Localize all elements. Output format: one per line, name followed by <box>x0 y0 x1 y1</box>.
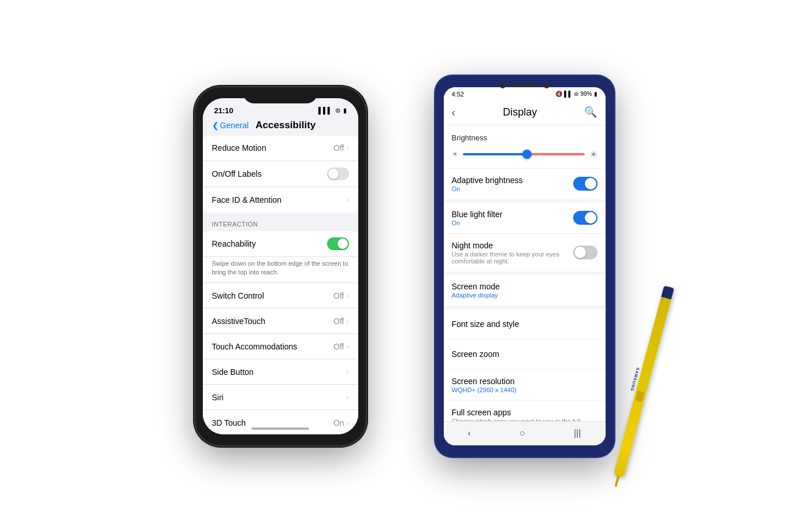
reachability-toggle[interactable] <box>327 237 349 250</box>
sensor-icon <box>544 83 550 88</box>
iphone-interaction-list: Reachability Swipe down on the bottom ed… <box>203 231 358 434</box>
row-value: Off <box>333 317 344 326</box>
night-mode-text: Night mode Use a darker theme to keep yo… <box>452 241 573 265</box>
adaptive-brightness-label: Adaptive brightness <box>452 176 573 185</box>
iphone-status-icons: ▌▌▌ ⊜ ▮ <box>318 107 346 114</box>
list-item[interactable]: Screen resolution WQHD+ (2960 x 1440) <box>444 369 606 400</box>
battery-text: 99% <box>580 91 592 97</box>
screen-mode-text: Screen mode Adaptive display <box>452 282 598 299</box>
chevron-left-icon: ❮ <box>212 121 219 130</box>
chevron-right-icon: › <box>347 196 349 204</box>
onoff-labels-toggle[interactable] <box>327 168 349 180</box>
samsung-header-icons: 🔍 <box>584 106 597 118</box>
s-pen-button <box>635 390 644 401</box>
chevron-right-icon: › <box>347 419 349 427</box>
brightness-slider[interactable] <box>463 153 585 155</box>
chevron-right-icon: › <box>347 317 349 325</box>
table-row[interactable]: Touch Accommodations Off › <box>203 334 358 359</box>
list-item[interactable]: Blue light filter On <box>444 203 606 233</box>
speaker-icon <box>510 84 539 87</box>
row-value: Off <box>333 143 344 152</box>
row-label: Side Button <box>212 367 254 377</box>
chevron-right-icon: › <box>347 292 349 300</box>
samsung-header: ‹ Display 🔍 <box>444 100 606 125</box>
blue-light-label: Blue light filter <box>452 210 573 219</box>
row-label: Reduce Motion <box>212 143 266 152</box>
brightness-section: Brightness ☀ ☀ Adaptive brightness On <box>444 125 606 199</box>
list-item[interactable]: Font size and style <box>444 309 606 339</box>
screen-resolution-label: Screen resolution <box>452 377 598 386</box>
screen-zoom-label: Screen zoom <box>452 349 598 359</box>
chevron-right-icon: › <box>347 393 349 401</box>
front-camera-icon <box>500 83 506 88</box>
full-screen-label: Full screen apps <box>452 408 598 417</box>
samsung-back-button[interactable]: ‹ <box>452 106 456 119</box>
iphone-signal-icon: ▌▌▌ <box>318 107 332 114</box>
table-row[interactable]: AssistiveTouch Off › <box>203 308 358 334</box>
font-size-text: Font size and style <box>452 319 598 329</box>
row-right: › <box>347 368 349 376</box>
adaptive-brightness-text: Adaptive brightness On <box>452 176 573 192</box>
samsung-bottom-nav: ‹ ○ ||| <box>444 421 606 445</box>
iphone-wifi-icon: ⊜ <box>335 107 340 114</box>
night-mode-toggle[interactable] <box>573 245 598 259</box>
table-row[interactable]: On/Off Labels <box>203 161 358 187</box>
screen-mode-section: Screen mode Adaptive display <box>444 275 606 306</box>
screen-mode-label: Screen mode <box>452 282 598 291</box>
row-value: On <box>333 418 344 427</box>
table-row[interactable]: Side Button › <box>203 359 358 385</box>
blue-light-toggle[interactable] <box>573 211 598 225</box>
table-row[interactable]: Reduce Motion Off › <box>203 136 358 161</box>
back-nav-button[interactable]: ‹ <box>468 428 471 438</box>
iphone-screen: 21:10 ▌▌▌ ⊜ ▮ ❮ General Accessibility <box>203 98 358 434</box>
row-right: Off › <box>333 342 348 351</box>
samsung-screen: 4:52 🔇 ▌▌ ⊜ 99% ▮ ‹ Display 🔍 <box>444 87 606 445</box>
display-options-section: Font size and style Screen zoom Screen r… <box>444 309 606 437</box>
row-right: Off › <box>333 143 348 152</box>
row-label: 3D Touch <box>212 418 246 427</box>
adaptive-brightness-toggle[interactable] <box>573 177 598 191</box>
table-row[interactable]: 3D Touch On › <box>203 410 358 434</box>
search-icon[interactable]: 🔍 <box>584 106 597 118</box>
reachability-description: Swipe down on the bottom edge of the scr… <box>203 257 358 284</box>
home-nav-button[interactable]: ○ <box>519 428 525 438</box>
chevron-right-icon: › <box>347 368 349 376</box>
adaptive-brightness-sub: On <box>452 185 573 192</box>
row-label: Switch Control <box>212 291 264 300</box>
table-row[interactable]: Siri › <box>203 385 358 410</box>
table-row[interactable]: Face ID & Attention › <box>203 187 358 213</box>
brightness-slider-row[interactable]: ☀ ☀ <box>444 144 606 168</box>
samsung-top-bar <box>435 83 614 88</box>
iphone-back-button[interactable]: ❮ General <box>212 121 249 130</box>
light-section: Blue light filter On Night mode Use a da… <box>444 203 606 271</box>
screen-resolution-sub: WQHD+ (2960 x 1440) <box>452 386 598 393</box>
samsung-device: 4:52 🔇 ▌▌ ⊜ 99% ▮ ‹ Display 🔍 <box>435 76 614 457</box>
recents-nav-button[interactable]: ||| <box>574 428 581 438</box>
list-item[interactable]: Screen zoom <box>444 339 606 369</box>
row-right: › <box>347 393 349 401</box>
list-item[interactable]: Screen mode Adaptive display <box>444 275 606 306</box>
row-label: Reachability <box>212 239 256 248</box>
night-mode-label: Night mode <box>452 241 573 250</box>
samsung-status-icons: 🔇 ▌▌ ⊜ 99% ▮ <box>555 91 597 97</box>
row-label: On/Off Labels <box>212 169 262 178</box>
sun-large-icon: ☀ <box>589 149 598 160</box>
table-row[interactable]: Reachability <box>203 231 358 257</box>
row-right: Off › <box>333 291 348 300</box>
row-label: Siri <box>212 393 224 402</box>
row-right: › <box>347 196 349 204</box>
list-item[interactable]: Adaptive brightness On <box>444 168 606 199</box>
table-row[interactable]: Switch Control Off › <box>203 283 358 308</box>
iphone-notch <box>243 87 318 103</box>
samsung-brand-label: SAMSUNG <box>630 367 640 392</box>
scene: 21:10 ▌▌▌ ⊜ ▮ ❮ General Accessibility <box>0 0 809 532</box>
wifi-icon: ⊜ <box>574 91 578 97</box>
row-value: Off <box>333 342 344 351</box>
iphone-device: 21:10 ▌▌▌ ⊜ ▮ ❮ General Accessibility <box>195 87 366 445</box>
iphone-frame: 21:10 ▌▌▌ ⊜ ▮ ❮ General Accessibility <box>195 87 366 445</box>
list-item[interactable]: Night mode Use a darker theme to keep yo… <box>444 233 606 271</box>
sun-small-icon: ☀ <box>452 150 458 158</box>
iphone-battery-icon: ▮ <box>343 107 347 114</box>
iphone-time: 21:10 <box>214 106 233 115</box>
font-size-label: Font size and style <box>452 319 598 329</box>
